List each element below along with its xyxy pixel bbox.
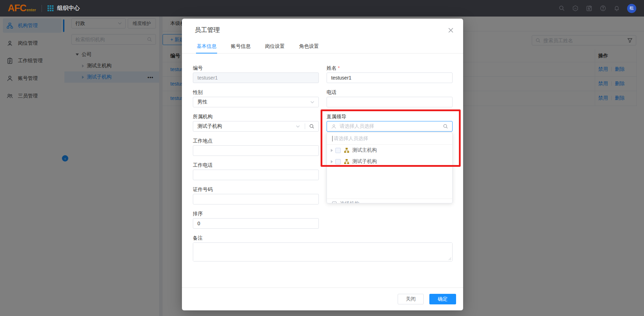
close-icon[interactable] [448, 27, 454, 33]
brand-text: AFC [8, 3, 26, 14]
search-icon[interactable] [558, 5, 565, 12]
remark-field [193, 242, 453, 261]
field-label: 排序 [193, 210, 319, 217]
field-label: 证件号码 [193, 186, 319, 193]
svg-text:AI: AI [574, 7, 576, 10]
checkbox[interactable] [335, 148, 341, 153]
tab-basic-info[interactable]: 基本信息 [196, 41, 217, 53]
modal-footer: 关闭 确定 [182, 287, 463, 310]
dropdown-tree-node-main-org[interactable]: 测试主机构 [327, 145, 452, 156]
dropdown-footer-select-org[interactable]: 选择机构 [327, 198, 452, 203]
form-left-column: 编号 性别 男性 [193, 64, 319, 234]
modal-body: 编号 性别 男性 [182, 53, 463, 261]
caret-right-icon[interactable] [331, 160, 333, 163]
modal-tabs: 基本信息 账号信息 岗位设置 角色设置 [182, 41, 463, 53]
workplace-input[interactable] [197, 148, 314, 153]
field-label: 工作地点 [193, 137, 319, 144]
tab-account-info[interactable]: 账号信息 [230, 41, 251, 53]
tab-role-settings[interactable]: 角色设置 [298, 41, 320, 53]
chevron-down-icon [296, 125, 300, 128]
modal-header: 员工管理 [182, 19, 463, 41]
required-mark: * [338, 65, 340, 71]
org-structure-icon [344, 147, 349, 153]
gender-select-value: 男性 [197, 99, 207, 105]
app-grid-icon[interactable] [48, 5, 53, 11]
app-root: AFC enter 组织中心 AI 租 [0, 0, 644, 316]
input-divider [305, 124, 305, 129]
leader-dropdown: 请选择人员选择 测试主机构 [327, 132, 453, 203]
sort-field [193, 218, 319, 229]
field-label: 工作电话 [193, 162, 319, 169]
code-field [193, 72, 319, 83]
field-leader: 直属领导 请选择人员选择 [327, 113, 453, 132]
field-label: 直属领导 [327, 113, 453, 120]
memo-icon[interactable] [586, 5, 592, 12]
dropdown-node-label: 测试子机构 [352, 158, 377, 165]
tab-position-settings[interactable]: 岗位设置 [264, 41, 285, 53]
caret-right-icon[interactable] [331, 149, 333, 152]
text-cursor [332, 136, 333, 141]
remark-textarea[interactable] [193, 243, 452, 261]
field-code: 编号 [193, 64, 319, 83]
field-label: 所属机构 [193, 113, 319, 120]
modal-title: 员工管理 [195, 26, 220, 34]
form-right-column: 姓名* 电话 直属领导 [327, 64, 453, 234]
employee-management-modal: 员工管理 基本信息 账号信息 岗位设置 角色设置 编号 [182, 19, 463, 310]
app-title: 组织中心 [57, 5, 80, 12]
field-remark: 备注 [193, 234, 453, 261]
phone-input[interactable] [331, 99, 448, 105]
gender-select[interactable]: 男性 [193, 97, 319, 107]
field-phone: 电话 [327, 89, 453, 107]
dropdown-footer-label: 选择机构 [340, 201, 359, 204]
org-select[interactable]: 测试子机构 [193, 121, 319, 132]
field-name: 姓名* [327, 64, 453, 83]
leader-placeholder: 请选择人员选择 [340, 123, 443, 129]
dropdown-search-box[interactable]: 请选择人员选择 [327, 133, 452, 145]
name-field [327, 72, 453, 83]
id-number-field [193, 194, 319, 204]
org-select-value: 测试子机构 [197, 123, 222, 129]
chevron-down-icon [310, 101, 314, 103]
id-number-input[interactable] [197, 196, 314, 202]
field-workplace: 工作地点 [193, 137, 319, 156]
field-label: 编号 [193, 64, 319, 71]
confirm-button[interactable]: 确定 [429, 294, 456, 304]
phone-field [327, 97, 453, 107]
work-phone-field [193, 170, 319, 180]
leader-search-icon[interactable] [443, 124, 448, 129]
leader-picker[interactable]: 请选择人员选择 [327, 121, 453, 132]
field-sort: 排序 [193, 210, 319, 229]
field-org: 所属机构 测试子机构 [193, 113, 319, 132]
field-label: 性别 [193, 89, 319, 96]
avatar[interactable]: 租 [627, 4, 636, 13]
close-button[interactable]: 关闭 [398, 294, 424, 304]
dropdown-search-placeholder: 请选择人员选择 [334, 135, 368, 142]
sort-input[interactable] [197, 221, 314, 226]
ai-assistant-icon[interactable]: AI [572, 5, 579, 12]
topbar: AFC enter 组织中心 AI 租 [0, 0, 644, 17]
field-label: 备注 [193, 234, 453, 241]
help-icon[interactable] [600, 5, 606, 12]
org-picker-icon [332, 201, 337, 204]
person-icon [331, 124, 336, 129]
brand-suffix: enter [27, 8, 36, 12]
field-id-number: 证件号码 [193, 186, 319, 204]
topbar-actions: AI 租 [558, 4, 636, 13]
field-gender: 性别 男性 [193, 89, 319, 107]
field-label: 姓名* [327, 64, 453, 71]
dropdown-node-label: 测试主机构 [352, 147, 377, 153]
org-structure-icon [344, 159, 349, 164]
workplace-field [193, 145, 319, 156]
bell-icon[interactable] [613, 5, 620, 12]
field-work-phone: 工作电话 [193, 162, 319, 180]
checkbox[interactable] [335, 159, 341, 164]
topbar-divider [42, 5, 42, 12]
work-phone-input[interactable] [197, 172, 314, 178]
org-search-icon[interactable] [309, 124, 314, 129]
brand-logo: AFC enter [8, 3, 36, 14]
dropdown-tree-node-sub-org[interactable]: 测试子机构 [327, 156, 452, 167]
field-label: 电话 [327, 89, 453, 96]
code-input [197, 75, 314, 81]
name-input[interactable] [331, 75, 448, 81]
resize-grip-icon[interactable] [448, 257, 452, 260]
